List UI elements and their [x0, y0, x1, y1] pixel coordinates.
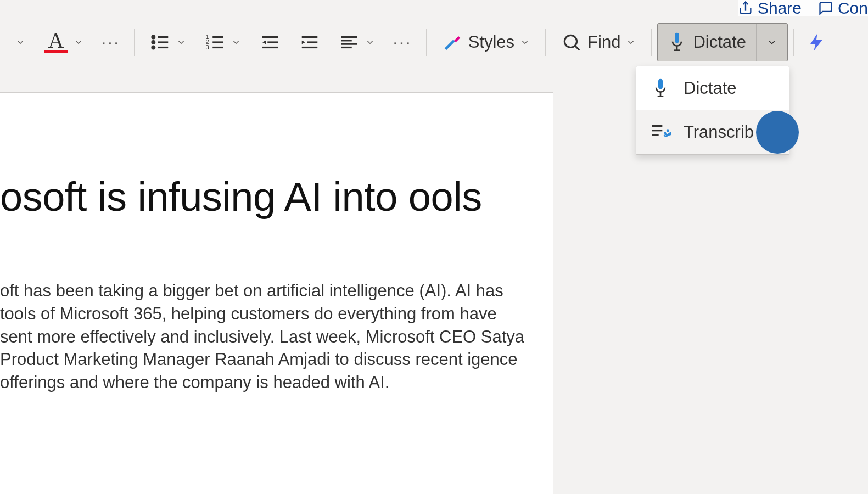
bullet-list-button[interactable]	[145, 29, 191, 56]
transcribe-menu-item[interactable]: Transcrib	[636, 110, 789, 154]
search-icon	[561, 32, 582, 53]
svg-text:3: 3	[206, 43, 209, 50]
bullet-list-icon	[150, 32, 171, 53]
styles-icon	[442, 32, 463, 53]
click-indicator	[756, 111, 799, 154]
align-left-icon	[339, 32, 360, 53]
ideas-group	[794, 26, 842, 59]
document-page[interactable]: osoft is infusing AI into ools oft has b…	[0, 92, 553, 494]
comments-button[interactable]: Con	[818, 0, 868, 18]
svg-line-23	[575, 46, 579, 50]
chevron-down-icon	[626, 37, 636, 47]
increase-indent-icon	[299, 32, 320, 53]
chevron-down-icon	[231, 37, 241, 47]
transcribe-icon	[649, 121, 671, 143]
svg-point-1	[152, 41, 155, 43]
paragraph-group: 123 ···	[135, 26, 425, 59]
document-body[interactable]: oft has been taking a bigger bet on arti…	[0, 279, 525, 394]
find-button[interactable]: Find	[557, 29, 640, 56]
styles-button[interactable]: Styles	[438, 29, 534, 56]
dictate-label: Dictate	[693, 32, 746, 52]
font-color-icon: A	[44, 31, 68, 53]
chevron-down-icon	[176, 37, 186, 47]
dictate-dropdown-arrow[interactable]	[757, 24, 787, 61]
more-font-options[interactable]: ···	[98, 31, 123, 53]
dictate-split-button[interactable]: Dictate	[657, 23, 787, 61]
ideas-button[interactable]	[802, 29, 831, 56]
microphone-icon	[649, 77, 671, 99]
document-heading[interactable]: osoft is infusing AI into ools	[0, 175, 525, 219]
comment-icon	[818, 1, 833, 16]
lightning-icon	[806, 32, 827, 53]
svg-rect-27	[658, 79, 663, 89]
numbered-list-icon: 123	[205, 32, 226, 53]
svg-point-0	[152, 36, 155, 38]
styles-label: Styles	[468, 32, 514, 52]
find-label: Find	[587, 32, 620, 52]
ribbon-toolbar: A ··· 123 ··· Style	[0, 19, 868, 65]
chevron-down-icon	[766, 37, 777, 48]
share-icon	[738, 1, 753, 16]
dictate-menu-label: Dictate	[684, 78, 736, 98]
svg-point-33	[667, 129, 669, 132]
align-button[interactable]	[334, 29, 379, 56]
share-label: Share	[758, 0, 802, 18]
dictate-button[interactable]: Dictate	[658, 24, 756, 61]
chevron-down-icon	[74, 37, 83, 47]
font-color-button[interactable]: A	[40, 28, 88, 57]
decrease-indent-icon	[260, 32, 281, 53]
dictate-dropdown-menu: Dictate Transcrib	[636, 66, 789, 155]
dictate-menu-item[interactable]: Dictate	[636, 66, 789, 110]
title-bar-actions: Share Con	[738, 0, 868, 16]
microphone-icon	[668, 31, 686, 53]
numbered-list-button[interactable]: 123	[200, 29, 245, 56]
chevron-down-icon	[15, 37, 25, 47]
svg-rect-24	[675, 32, 679, 43]
svg-point-2	[152, 46, 155, 49]
more-paragraph-options[interactable]: ···	[389, 31, 415, 53]
increase-indent-button[interactable]	[295, 29, 324, 56]
find-group: Find	[546, 26, 651, 59]
font-group: A ···	[0, 26, 134, 59]
chevron-down-icon	[365, 37, 375, 47]
chevron-down-icon	[520, 37, 530, 47]
share-button[interactable]: Share	[738, 0, 802, 18]
decrease-indent-button[interactable]	[255, 29, 285, 56]
font-dropdown-partial[interactable]	[11, 34, 30, 50]
svg-point-22	[564, 35, 576, 47]
styles-group: Styles	[427, 26, 545, 59]
comments-label: Con	[838, 0, 868, 18]
transcribe-menu-label: Transcrib	[684, 122, 754, 142]
dictate-group: Dictate	[652, 26, 793, 59]
